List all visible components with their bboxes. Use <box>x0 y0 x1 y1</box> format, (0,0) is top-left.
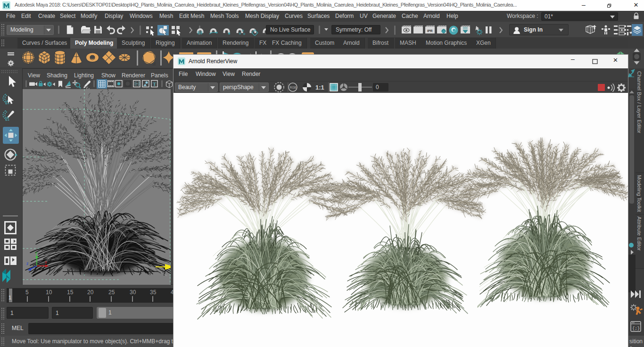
svg-text:{;}: {;} <box>632 326 640 331</box>
svg-text:T: T <box>153 81 157 87</box>
svg-text:RGB: RGB <box>290 86 297 89</box>
svg-text:0: 0 <box>376 84 379 91</box>
svg-text:z: z <box>26 261 29 266</box>
svg-text:1:1: 1:1 <box>315 84 324 91</box>
svg-text:x: x <box>45 260 47 264</box>
svg-text:IPR: IPR <box>427 29 433 33</box>
svg-text:y: y <box>35 250 38 255</box>
